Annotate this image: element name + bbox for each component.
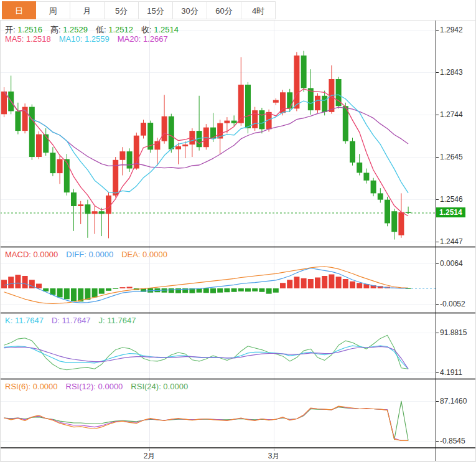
ma-readout-item: MA5: 1.2518 — [5, 34, 51, 44]
tab-period-1[interactable]: 日 — [2, 1, 36, 19]
legend-value: 1.2559 — [85, 34, 110, 44]
legend-label: RSI(24): — [131, 382, 163, 391]
legend-label: DIFF: — [66, 250, 88, 259]
price-axis-label: 1.2447 — [440, 237, 463, 246]
x-axis-month-label: 3月 — [261, 451, 286, 462]
kdj-readout: K: 11.7647D: 11.7647J: 11.7647 — [5, 316, 144, 325]
legend-value: 0.0000 — [33, 382, 58, 391]
rsi-axis-label: -0.8545 — [440, 437, 465, 445]
x-axis-month-label: 2月 — [137, 451, 162, 462]
kdj-readout-item: D: 11.7647 — [52, 316, 91, 325]
tab-period-4[interactable]: 5分 — [105, 1, 139, 19]
macd-readout-item: DEA: 0.0000 — [121, 250, 167, 259]
macd-readout: MACD: 0.0000DIFF: 0.0000DEA: 0.0000 — [5, 250, 175, 259]
legend-label: RSI(12): — [66, 382, 98, 391]
legend-value: 0.0000 — [163, 382, 188, 391]
ma-readout: MA5: 1.2518MA10: 1.2559MA20: 1.2667 — [5, 34, 176, 44]
price-axis-label: 1.2744 — [440, 110, 463, 119]
legend-value: 0.0000 — [34, 250, 58, 259]
legend-value: 1.2667 — [143, 34, 168, 44]
legend-value: 1.2514 — [154, 25, 179, 34]
tab-period-6[interactable]: 30分 — [173, 1, 207, 19]
macd-readout-item: DIFF: 0.0000 — [66, 250, 113, 259]
legend-label: 低: — [96, 25, 108, 34]
legend-value: 1.2512 — [108, 25, 133, 34]
legend-value: 0.0000 — [142, 250, 167, 259]
legend-value: 11.7647 — [107, 316, 136, 325]
kdj-axis-label: 91.8815 — [440, 328, 467, 337]
rsi-readout-item: RSI(24): 0.0000 — [131, 382, 188, 391]
kdj-readout-item: J: 11.7647 — [99, 316, 136, 325]
ma-readout-item: MA10: 1.2559 — [59, 34, 110, 44]
price-axis-label: 1.2843 — [440, 68, 463, 77]
rsi-readout-item: RSI(6): 0.0000 — [5, 382, 58, 391]
ohlc-readout-item: 高: 1.2529 — [50, 25, 88, 34]
legend-label: MA5: — [5, 34, 26, 44]
legend-label: DEA: — [121, 250, 142, 259]
legend-value: 0.0000 — [98, 382, 123, 391]
chart-canvas[interactable] — [0, 0, 476, 469]
macd-axis-label: 0.0064 — [440, 259, 463, 268]
legend-label: 收: — [141, 25, 154, 34]
legend-label: 高: — [50, 25, 63, 34]
current-price-tag: 1.2514 — [436, 207, 465, 217]
legend-label: K: — [5, 316, 15, 325]
legend-value: 0.0000 — [88, 250, 113, 259]
kdj-readout-item: K: 11.7647 — [5, 316, 44, 325]
price-axis-label: 1.2645 — [440, 153, 463, 161]
tab-period-8[interactable]: 4时 — [241, 1, 276, 19]
rsi-readout-item: RSI(12): 0.0000 — [66, 382, 123, 391]
legend-value: 11.7647 — [62, 316, 91, 325]
legend-value: 11.7647 — [15, 316, 44, 325]
kdj-axis-label: 4.1911 — [440, 368, 462, 377]
legend-value: 1.2529 — [63, 25, 88, 34]
rsi-readout: RSI(6): 0.0000RSI(12): 0.0000RSI(24): 0.… — [5, 382, 196, 391]
legend-value: 1.2518 — [26, 34, 51, 44]
price-axis-label: 1.2942 — [440, 26, 463, 34]
legend-label: J: — [99, 316, 108, 325]
legend-label: D: — [52, 316, 62, 325]
tab-period-7[interactable]: 60分 — [207, 1, 241, 19]
legend-value: 1.2516 — [17, 25, 42, 34]
legend-label: MA20: — [118, 34, 143, 44]
ohlc-readout-item: 低: 1.2512 — [96, 25, 133, 34]
rsi-axis-label: 87.1460 — [440, 397, 467, 405]
period-tabbar: 日周月5分15分30分60分4时 — [2, 1, 276, 19]
macd-readout-item: MACD: 0.0000 — [5, 250, 58, 259]
tab-period-3[interactable]: 月 — [70, 1, 105, 19]
legend-label: MA10: — [59, 34, 85, 44]
legend-label: 开: — [5, 25, 17, 34]
kline-chart-app: 日周月5分15分30分60分4时 开: 1.2516高: 1.2529低: 1.… — [0, 0, 476, 469]
macd-axis-label: -0.0052 — [440, 300, 465, 308]
ohlc-readout-item: 开: 1.2516 — [5, 25, 42, 34]
price-axis-label: 1.2546 — [440, 195, 463, 204]
chart-area[interactable] — [0, 0, 476, 469]
legend-label: RSI(6): — [5, 382, 33, 391]
legend-label: MACD: — [5, 250, 34, 259]
tab-period-2[interactable]: 周 — [36, 1, 70, 19]
ma-readout-item: MA20: 1.2667 — [118, 34, 168, 44]
tab-period-5[interactable]: 15分 — [139, 1, 173, 19]
ohlc-readout-item: 收: 1.2514 — [141, 25, 179, 34]
